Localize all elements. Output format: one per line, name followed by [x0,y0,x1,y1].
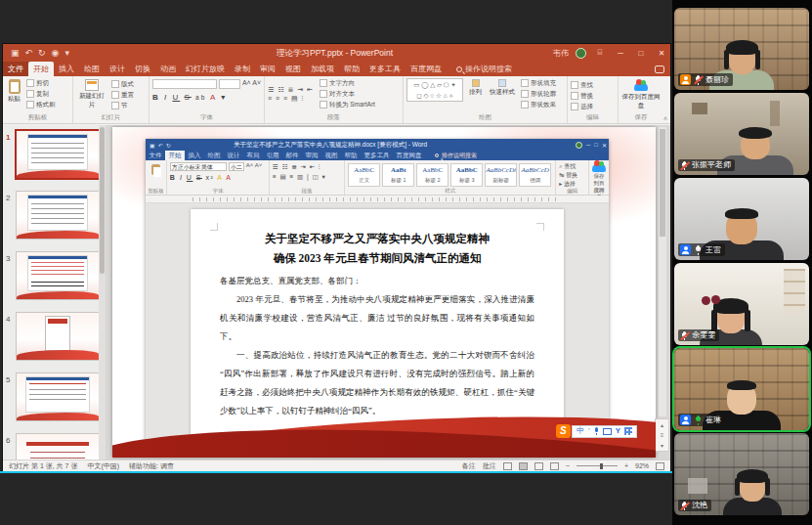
smartart-button[interactable]: 转换为 SmartArt [320,100,375,109]
arrange-button[interactable]: 排列 [467,78,484,98]
slideshow-view-icon[interactable] [550,462,559,470]
close-button[interactable]: ✕ [655,49,668,58]
new-slide-button[interactable]: 新建幻灯片 [76,78,107,110]
collapse-ribbon-icon[interactable]: ˄ [663,115,667,122]
style-heading1[interactable]: AaBt标题 1 [382,163,414,187]
style-heading3[interactable]: AaBbC标题 3 [450,163,483,187]
participant-video-3[interactable]: 王雷 [674,178,809,260]
slide-thumbnail-3[interactable] [17,252,99,299]
word-grow-shrink-font[interactable]: A˄ A˅ [246,162,262,171]
reset-button[interactable]: 重置 [111,90,134,100]
grow-shrink-font-icons[interactable]: A˄ A˅ [242,79,261,89]
format-painter-button[interactable]: 格式刷 [26,100,56,109]
style-normal[interactable]: AaBbC正文 [348,163,380,187]
normal-view-icon[interactable] [503,462,512,470]
ppt-tab-review[interactable]: 审阅 [255,62,280,76]
ppt-tab-design[interactable]: 设计 [105,62,130,76]
paste-button[interactable]: 粘贴 [6,78,22,109]
shape-outline-button[interactable]: 形状轮廓 [521,89,556,99]
word-undo-icon[interactable]: ↶ [158,142,163,149]
word-tab-review[interactable]: 审阅 [302,151,321,160]
punctuation-icon[interactable]: ’ [588,425,590,437]
menu-grid-icon[interactable] [624,427,632,435]
word-tab-home[interactable]: 开始 [165,151,185,160]
tell-me-search[interactable]: 操作说明搜索 [456,64,512,76]
word-font-name-box[interactable]: 方正小标宋简体 [170,162,227,171]
shape-fill-button[interactable]: 形状填充 [521,78,556,88]
ppt-tab-draw[interactable]: 绘图 [79,62,105,76]
slide-thumbnail-6[interactable] [17,434,99,459]
notes-button[interactable]: 备注 [462,461,476,471]
participant-video-4[interactable]: 余雯雯 [674,263,809,345]
quick-styles-button[interactable]: 快速样式 [488,78,517,98]
cut-button[interactable]: 剪切 [26,78,56,88]
slide-thumbnail-4[interactable] [17,313,99,360]
zoom-in-icon[interactable]: + [624,462,628,469]
participant-video-5[interactable]: 崔琳 [674,348,809,430]
comments-icon[interactable] [655,66,664,73]
find-button[interactable]: 查找 [571,80,615,90]
word-ruler[interactable] [146,196,609,203]
thumbnail-scrollbar[interactable] [99,125,106,459]
ppt-tab-record[interactable]: 录制 [230,62,255,76]
input-mode-chinese[interactable]: 中 [577,425,584,437]
bullets-numbering-icons[interactable]: ☰ ☷ ≣ ⇥ ⇤ [268,86,314,94]
ppt-tab-help[interactable]: 帮助 [339,62,364,76]
word-tab-mailings[interactable]: 邮件 [282,151,302,160]
ppt-user-avatar[interactable] [576,48,586,59]
slide-thumbnail-2[interactable] [17,192,99,239]
word-close-icon[interactable]: ✕ [602,142,607,149]
copy-button[interactable]: 复制 [26,89,56,99]
ppt-tab-insert[interactable]: 插入 [54,62,79,76]
participant-video-6[interactable]: 沈艳 [674,433,809,515]
font-name-box[interactable] [152,79,217,89]
font-format-buttons[interactable]: B I U S ab A ▾ [152,93,261,102]
qat-more-icon[interactable]: ▾ [64,48,69,58]
record-icon[interactable]: ◉ [52,48,60,58]
fit-to-window-icon[interactable] [656,462,664,470]
ppt-tab-slideshow[interactable]: 幻灯片放映 [181,62,230,76]
word-tab-references[interactable]: 引用 [263,151,282,160]
ppt-tab-addins[interactable]: 加载项 [306,62,339,76]
style-heading2[interactable]: AaBbC标题 2 [416,163,449,187]
reading-view-icon[interactable] [534,462,543,470]
word-baidu-netdisk-icon[interactable] [592,163,606,172]
font-size-box[interactable] [219,79,240,89]
word-tab-baidupan[interactable]: 百度网盘 [393,151,425,160]
restore-button[interactable]: □ [634,49,648,58]
word-restore-icon[interactable]: □ [594,142,598,148]
minimize-button[interactable]: ─ [614,49,627,58]
word-font-format-buttons[interactable]: B I U S x² A A [170,174,266,181]
ppt-tab-transitions[interactable]: 切换 [130,62,155,76]
participant-video-2[interactable]: 张振平老师 [674,93,809,175]
slide-thumbnail-1[interactable] [17,131,99,178]
ppt-quick-access-toolbar[interactable]: ▣ ↶ ↻ ◉ ▾ [11,48,69,58]
save-to-baidu-button[interactable]: 保存到百度网盘 [621,80,661,111]
word-redo-icon[interactable]: ↻ [166,142,171,149]
select-button[interactable]: 选择 [571,102,615,111]
align-text-button[interactable]: 对齐文本 [320,89,375,99]
ppt-tab-view[interactable]: 视图 [280,62,306,76]
align-icons[interactable]: ≡ ≡ ≡ ▤ ⫶ [268,95,314,103]
word-tab-design[interactable]: 设计 [224,151,243,160]
redo-icon[interactable]: ↻ [38,48,46,58]
word-find-button[interactable]: ⌕ 查找 [559,162,585,171]
style-emphasis[interactable]: AaBbCcD强调 [519,163,551,187]
slide-nav-buttons[interactable]: ▴ ≡ ▾ [655,418,669,452]
ppt-tab-moretools[interactable]: 更多工具 [364,62,406,76]
slide-thumbnail-5[interactable] [17,373,99,420]
comments-button[interactable]: 批注 [483,461,496,471]
text-direction-button[interactable]: 文字方向 [320,78,375,88]
replace-button[interactable]: 替换 [571,91,615,101]
ppt-tab-baidupan[interactable]: 百度网盘 [406,62,447,76]
zoom-slider[interactable] [577,465,618,466]
word-list-icons[interactable]: ☰ ☷ ≣ ⇥ ⇤ ⫶ [273,162,341,172]
language-indicator[interactable]: 中文(中国) [87,461,119,471]
slide-sorter-view-icon[interactable] [519,462,528,470]
ppt-tab-animations[interactable]: 动画 [155,62,181,76]
zoom-out-icon[interactable]: − [566,462,570,469]
word-tab-insert[interactable]: 插入 [185,151,204,160]
word-minimize-icon[interactable]: ─ [586,142,590,148]
word-tab-moretools[interactable]: 更多工具 [361,151,393,160]
word-tab-help[interactable]: 帮助 [341,151,361,160]
